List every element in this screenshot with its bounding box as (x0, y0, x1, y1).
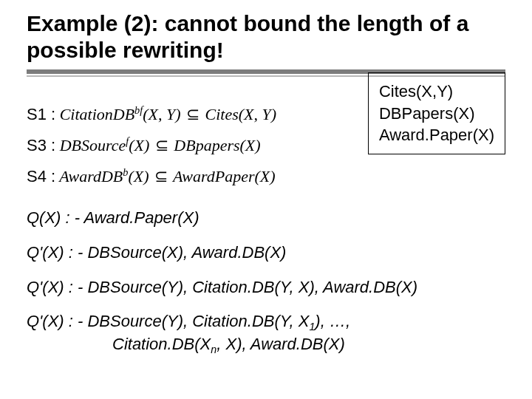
q3-part3: Citation.DB(X (112, 335, 211, 353)
q3-part2: ), …, (315, 312, 350, 330)
q3-part4: , X), Award.DB(X) (216, 335, 345, 353)
rule-label: S3 : (27, 136, 55, 154)
rule-rhs: DBpapers(X) (174, 136, 260, 154)
subset-symbol: ⊆ (153, 167, 169, 185)
rule-lhs-sup: bf (134, 104, 143, 116)
rule-s1: S1 : CitationDBbf(X, Y) ⊆ Cites(X, Y) (27, 99, 358, 130)
rule-lhs-args: (X) (128, 167, 149, 185)
rule-s3: S3 : DBSourcef(X) ⊆ DBpapers(X) (27, 130, 358, 161)
query-line-multiline: Q'(X) : - DBSource(Y), Citation.DB(Y, X1… (27, 311, 505, 357)
schema-line: Award.Paper(X) (379, 124, 494, 146)
query-line: Q'(X) : - DBSource(Y), Citation.DB(Y, X)… (27, 277, 505, 299)
schema-line: DBPapers(X) (379, 103, 494, 125)
subset-symbol: ⊆ (185, 105, 201, 123)
schema-line: Cites(X,Y) (379, 81, 494, 103)
q3-indent: Citation.DB(Xn, X), Award.DB(X) (27, 334, 345, 357)
rule-label: S1 : (27, 105, 55, 123)
slide-title: Example (2): cannot bound the length of … (27, 10, 505, 64)
rule-label: S4 : (27, 167, 55, 185)
rule-lhs-name: DBSource (60, 136, 126, 154)
rule-lhs-args: (X, Y) (143, 105, 180, 123)
containment-rules: S1 : CitationDBbf(X, Y) ⊆ Cites(X, Y) S3… (27, 77, 358, 191)
rule-rhs: AwardPaper(X) (173, 167, 276, 185)
subset-symbol: ⊆ (154, 136, 170, 154)
rule-lhs-name: AwardDB (59, 167, 123, 185)
queries-block: Q(X) : - Award.Paper(X) Q'(X) : - DBSour… (27, 208, 505, 357)
rule-lhs-name: CitationDB (60, 105, 134, 123)
q3-part1: Q'(X) : - DBSource(Y), Citation.DB(Y, X (27, 312, 309, 330)
upper-region: S1 : CitationDBbf(X, Y) ⊆ Cites(X, Y) S3… (27, 77, 505, 191)
relation-schema-box: Cites(X,Y) DBPapers(X) Award.Paper(X) (368, 72, 505, 154)
rule-lhs-args: (X) (129, 136, 149, 154)
rule-s4: S4 : AwardDBb(X) ⊆ AwardPaper(X) (27, 161, 358, 192)
query-line: Q'(X) : - DBSource(X), Award.DB(X) (27, 242, 505, 264)
rule-rhs: Cites(X, Y) (205, 105, 277, 123)
slide: Example (2): cannot bound the length of … (0, 0, 532, 399)
query-line: Q(X) : - Award.Paper(X) (27, 208, 505, 229)
